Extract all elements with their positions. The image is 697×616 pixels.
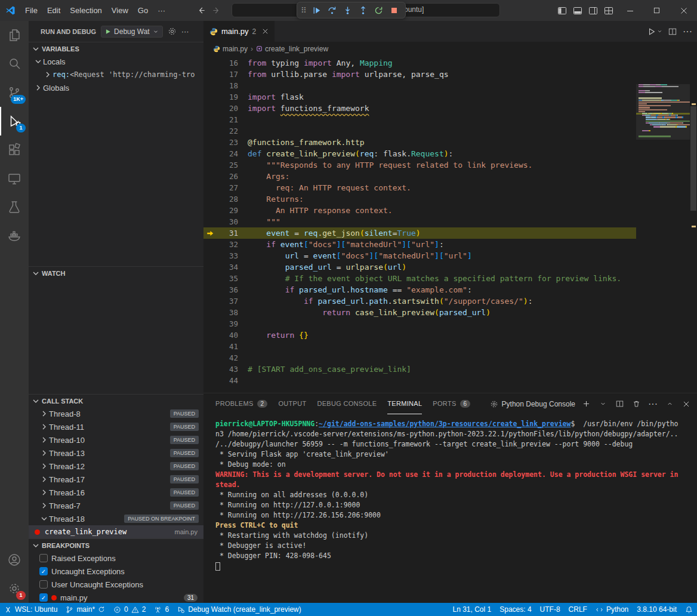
code-line[interactable]: 36 if parsed_url.hostname == "example.co… [203, 284, 636, 295]
line-number[interactable]: 36 [217, 284, 238, 295]
code-line[interactable]: 22 [203, 125, 636, 137]
gutter-glyph-margin[interactable] [203, 341, 217, 352]
gutter-glyph-margin[interactable] [203, 250, 217, 261]
gutter-glyph-margin[interactable] [203, 239, 217, 250]
code-line[interactable]: 16from typing import Any, Mapping [203, 57, 636, 69]
debug-step-over-button[interactable] [325, 3, 340, 17]
gutter-glyph-margin[interactable] [203, 159, 217, 171]
source-control-icon[interactable]: 1K+ [0, 78, 29, 107]
line-number[interactable]: 22 [217, 125, 238, 137]
minimap[interactable] [636, 56, 690, 393]
breadcrumb-symbol[interactable]: create_link_preview [256, 45, 328, 53]
line-number[interactable]: 29 [217, 205, 238, 216]
thread-row[interactable]: Thread-17PAUSED [29, 473, 203, 486]
breakpoint-row[interactable]: ✓main.py31 [29, 591, 203, 603]
breakpoints-section-header[interactable]: BREAKPOINTS [29, 538, 203, 552]
code-line[interactable]: 17from urllib.parse import urlparse, par… [203, 69, 636, 80]
gutter-glyph-margin[interactable] [203, 364, 217, 375]
panel-tab-terminal[interactable]: TERMINAL [387, 393, 422, 414]
code-line[interactable]: 31 event = req.get_json(silent=True) [203, 227, 636, 239]
breadcrumb-file[interactable]: main.py [213, 45, 248, 53]
breakpoint-checkbox[interactable] [39, 554, 48, 562]
gutter-glyph-margin[interactable] [203, 375, 217, 386]
breakpoint-checkbox[interactable] [39, 580, 48, 589]
code-line[interactable]: 39 [203, 318, 636, 329]
gutter-glyph-margin[interactable] [203, 57, 217, 69]
code-line[interactable]: 37 if parsed_url.path.startswith("/suppo… [203, 295, 636, 307]
explorer-icon[interactable] [0, 21, 29, 50]
terminal-profile-selector[interactable]: Python Debug Console [490, 400, 575, 408]
thread-row[interactable]: Thread-11PAUSED [29, 420, 203, 433]
gutter-glyph-margin[interactable] [203, 171, 217, 182]
toggle-sidebar-icon[interactable] [554, 3, 570, 19]
code-line[interactable]: 34 parsed_url = urlparse(url) [203, 261, 636, 273]
breakpoint-checkbox[interactable]: ✓ [39, 567, 48, 575]
panel-tab-debug-console[interactable]: DEBUG CONSOLE [317, 393, 377, 414]
line-number[interactable]: 44 [217, 375, 238, 386]
thread-row[interactable]: Thread-10PAUSED [29, 433, 203, 446]
line-number[interactable]: 32 [217, 239, 238, 250]
debug-stop-button[interactable] [387, 3, 402, 17]
editor-scrollbar[interactable] [690, 56, 697, 393]
extensions-icon[interactable] [0, 135, 29, 164]
code-line[interactable]: 35 # If the event object URL matches a s… [203, 273, 636, 284]
call-stack-section-header[interactable]: CALL STACK [29, 394, 203, 407]
code-line[interactable]: 21 [203, 114, 636, 125]
gutter-glyph-margin[interactable] [203, 284, 217, 295]
breakpoint-row[interactable]: ✓Uncaught Exceptions [29, 565, 203, 578]
gutter-glyph-margin[interactable] [203, 148, 217, 159]
run-and-debug-icon[interactable]: 1 [0, 107, 29, 135]
thread-row[interactable]: Thread-16PAUSED [29, 486, 203, 499]
new-terminal-icon[interactable] [580, 398, 592, 410]
code-line[interactable]: 33 url = event["docs"]["matchedUrl"]["ur… [203, 250, 636, 261]
terminal-output[interactable]: pierrick@LAPTOP-HKU5PNNG:~/git/add-ons-s… [203, 414, 697, 603]
debug-restart-button[interactable] [372, 3, 386, 17]
line-number[interactable]: 27 [217, 182, 238, 193]
notifications-bell[interactable] [681, 603, 697, 616]
line-number[interactable]: 37 [217, 295, 238, 307]
remote-explorer-icon[interactable] [0, 164, 29, 193]
settings-gear-icon[interactable]: 1 [0, 574, 29, 603]
gutter-glyph-margin[interactable] [203, 318, 217, 329]
stack-frame-row[interactable]: create_link_preview main.py [29, 525, 203, 538]
gutter-glyph-margin[interactable] [203, 125, 217, 137]
drag-handle-icon[interactable]: ⠿ [301, 6, 307, 15]
testing-icon[interactable] [0, 193, 29, 221]
line-number[interactable]: 25 [217, 159, 238, 171]
line-number[interactable]: 34 [217, 261, 238, 273]
code-line[interactable]: 19import flask [203, 91, 636, 103]
watch-section-header[interactable]: WATCH [29, 266, 203, 279]
debug-step-into-button[interactable] [341, 3, 355, 17]
code-line[interactable]: 41 [203, 341, 636, 352]
line-number[interactable]: 41 [217, 341, 238, 352]
line-number[interactable]: 17 [217, 69, 238, 80]
gutter-glyph-margin[interactable] [203, 114, 217, 125]
thread-row[interactable]: Thread-8PAUSED [29, 407, 203, 420]
minimize-button[interactable] [616, 0, 643, 21]
gutter-glyph-margin[interactable] [203, 103, 217, 114]
code-line[interactable]: 42 [203, 352, 636, 364]
language-indicator[interactable]: Python [591, 603, 633, 616]
code-line[interactable]: 23@functions_framework.http [203, 137, 636, 148]
panel-tab-ports[interactable]: PORTS6 [433, 393, 470, 414]
menu-item-edit[interactable]: Edit [42, 4, 65, 17]
code-line[interactable]: 38 return case_link_preview(parsed_url) [203, 307, 636, 318]
code-line[interactable]: 44 [203, 375, 636, 386]
maximize-panel-chevron-icon[interactable] [664, 398, 676, 410]
line-number[interactable]: 42 [217, 352, 238, 364]
run-python-file-icon[interactable] [647, 27, 662, 36]
indentation-indicator[interactable]: Spaces: 4 [495, 603, 535, 616]
gutter-glyph-margin[interactable] [203, 216, 217, 227]
terminal-dropdown-chevron-icon[interactable] [597, 398, 609, 410]
line-number[interactable]: 30 [217, 216, 238, 227]
customize-layout-icon[interactable] [601, 3, 616, 19]
code-line[interactable]: 32 if event["docs"]["matchedUrl"]["url"]… [203, 239, 636, 250]
line-number[interactable]: 28 [217, 193, 238, 205]
thread-row[interactable]: Thread-13PAUSED [29, 446, 203, 460]
line-number[interactable]: 16 [217, 57, 238, 69]
debug-current-line-arrow-icon[interactable] [203, 227, 217, 239]
tab-close-icon[interactable] [262, 28, 269, 35]
back-button[interactable] [197, 6, 206, 15]
split-editor-icon[interactable] [668, 27, 677, 36]
ports-indicator[interactable]: 6 [150, 603, 173, 616]
